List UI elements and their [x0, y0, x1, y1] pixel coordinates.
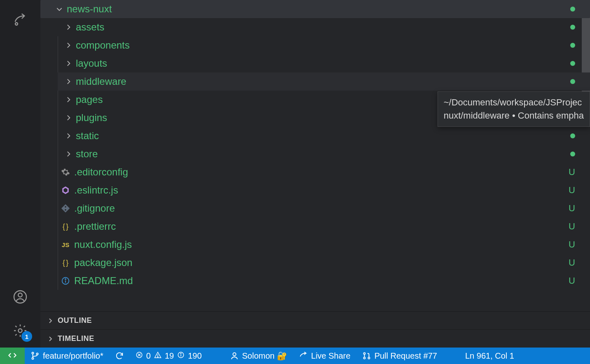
info-icon — [177, 351, 185, 361]
folder-label: static — [76, 130, 570, 142]
file-explorer: news-nuxt assets componen — [40, 0, 590, 311]
svg-point-2 — [18, 293, 22, 297]
chevron-right-icon — [63, 22, 73, 32]
section-outline-label: OUTLINE — [58, 316, 92, 325]
chevron-right-icon — [46, 317, 54, 324]
status-cursor[interactable]: Ln 961, Col 1 — [459, 348, 520, 364]
chevron-right-icon — [63, 40, 73, 50]
settings-badge: 1 — [21, 331, 32, 342]
chevron-right-icon — [63, 149, 73, 159]
folder-item-middleware[interactable]: middleware — [58, 72, 590, 91]
tooltip-line: ~/Documents/workspace/JSProjec — [444, 96, 584, 109]
git-icon — [61, 204, 70, 213]
status-warnings-count: 19 — [165, 351, 174, 361]
account-icon[interactable] — [12, 288, 29, 306]
tree-root[interactable]: news-nuxt — [40, 0, 590, 18]
file-item-eslintrc[interactable]: .eslintrc.js U — [58, 181, 590, 199]
chevron-right-icon — [63, 77, 73, 86]
braces-icon: { } — [61, 222, 70, 231]
gear-icon — [61, 168, 70, 177]
tooltip-line: nuxt/middleware • Contains empha — [444, 109, 584, 122]
svg-point-9 — [36, 353, 38, 355]
hover-tooltip: ~/Documents/workspace/JSProjec nuxt/midd… — [438, 91, 590, 127]
chevron-down-icon — [54, 4, 64, 14]
file-label: .gitignore — [74, 203, 569, 214]
svg-point-16 — [233, 353, 236, 356]
status-problems[interactable]: 0 19 190 — [130, 348, 208, 364]
file-item-editorconfig[interactable]: .editorconfig U — [58, 163, 590, 181]
chevron-right-icon — [63, 113, 73, 123]
file-item-gitignore[interactable]: .gitignore U — [58, 199, 590, 217]
chevron-right-icon — [63, 131, 73, 141]
explorer-sidebar: news-nuxt assets componen — [40, 0, 590, 348]
eslint-icon — [61, 186, 70, 195]
file-label: package.json — [74, 257, 569, 268]
svg-point-6 — [65, 279, 66, 280]
git-status-dot — [570, 61, 575, 66]
status-pullrequest[interactable]: Pull Request #77 — [356, 348, 443, 364]
git-status-dot — [570, 25, 575, 30]
status-branch-label: feature/portfolio* — [43, 351, 103, 361]
git-status-dot — [570, 152, 575, 156]
share-icon[interactable] — [12, 12, 29, 29]
git-status-letter: U — [569, 239, 575, 250]
svg-point-3 — [19, 329, 22, 333]
file-label: .eslintrc.js — [74, 184, 569, 196]
folder-item-layouts[interactable]: layouts — [58, 54, 590, 72]
status-errors-count: 0 — [146, 351, 151, 361]
status-info-count: 190 — [188, 351, 201, 361]
status-liveshare[interactable]: Live Share — [293, 348, 356, 364]
file-label: .prettierrc — [74, 221, 569, 232]
folder-item-static[interactable]: static — [58, 127, 590, 145]
git-status-letter: U — [569, 203, 575, 214]
svg-point-18 — [363, 357, 365, 359]
tree-root-label: news-nuxt — [67, 3, 570, 15]
svg-point-19 — [368, 357, 370, 359]
settings-icon[interactable]: 1 — [12, 322, 29, 339]
git-status-dot — [570, 7, 575, 12]
svg-point-17 — [363, 352, 365, 354]
git-status-dot — [570, 133, 575, 138]
file-label: .editorconfig — [74, 166, 569, 178]
remote-indicator[interactable] — [0, 348, 25, 364]
status-bar: feature/portfolio* 0 19 190 Solomon 🔐 Li… — [0, 348, 590, 364]
git-status-dot — [570, 79, 575, 84]
activity-bar: 1 — [0, 0, 40, 348]
git-status-letter: U — [569, 167, 575, 177]
section-timeline[interactable]: TIMELINE — [40, 329, 590, 348]
folder-item-store[interactable]: store — [58, 145, 590, 163]
svg-point-15 — [180, 353, 181, 354]
git-status-letter: U — [569, 257, 575, 268]
file-label: nuxt.config.js — [74, 239, 569, 250]
chevron-right-icon — [63, 95, 73, 105]
folder-label: assets — [76, 21, 570, 33]
folder-item-components[interactable]: components — [58, 36, 590, 54]
section-timeline-label: TIMELINE — [58, 334, 94, 343]
status-user-label: Solomon 🔐 — [242, 351, 288, 361]
braces-icon: { } — [61, 258, 70, 267]
js-icon: JS — [61, 240, 70, 249]
status-pullrequest-label: Pull Request #77 — [375, 351, 437, 361]
git-status-dot — [570, 43, 575, 48]
file-item-readme[interactable]: README.md U — [58, 272, 590, 290]
svg-point-12 — [157, 356, 158, 357]
file-item-prettierrc[interactable]: { } .prettierrc U — [58, 217, 590, 236]
status-user[interactable]: Solomon 🔐 — [224, 348, 293, 364]
status-sync[interactable] — [109, 348, 130, 364]
git-status-letter: U — [569, 185, 575, 196]
status-branch[interactable]: feature/portfolio* — [25, 348, 109, 364]
status-liveshare-label: Live Share — [311, 351, 351, 361]
git-status-letter: U — [569, 275, 575, 286]
warning-icon — [154, 351, 162, 361]
file-item-packagejson[interactable]: { } package.json U — [58, 254, 590, 272]
svg-point-0 — [15, 23, 18, 25]
git-status-letter: U — [569, 221, 575, 232]
svg-point-8 — [32, 357, 33, 359]
error-icon — [136, 351, 143, 361]
svg-point-7 — [32, 352, 33, 354]
folder-label: layouts — [76, 58, 570, 69]
folder-label: store — [76, 148, 570, 160]
section-outline[interactable]: OUTLINE — [40, 311, 590, 329]
folder-item-assets[interactable]: assets — [58, 18, 590, 36]
file-item-nuxtconfig[interactable]: JS nuxt.config.js U — [58, 236, 590, 254]
